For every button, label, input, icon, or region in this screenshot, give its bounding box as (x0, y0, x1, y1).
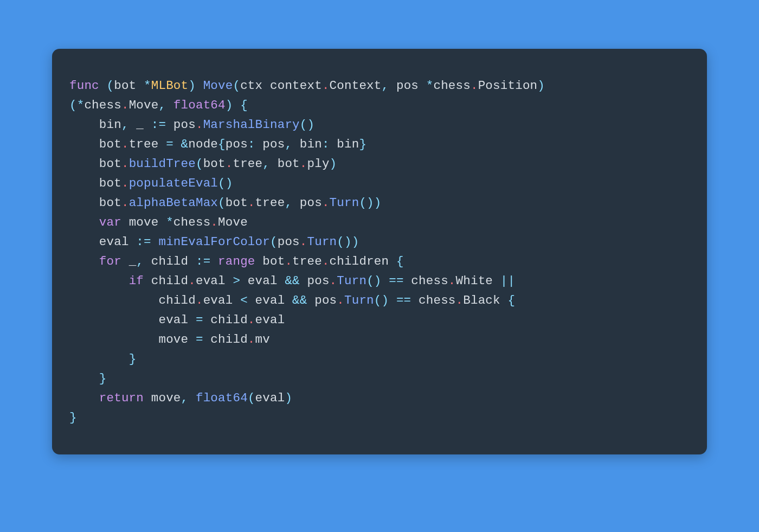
code-token: eval (69, 235, 136, 249)
code-token: ctx context (240, 79, 322, 93)
code-token: . (322, 196, 330, 210)
code-token: ( (218, 196, 226, 210)
code-token: . (210, 215, 218, 229)
code-token (69, 254, 99, 268)
code-token: pos (292, 196, 322, 210)
code-token (515, 274, 523, 288)
code-token: pos (166, 118, 196, 132)
code-token: ) (226, 98, 233, 112)
code-token: = (196, 332, 203, 347)
code-token: pos (300, 274, 330, 288)
code-token: * (144, 79, 151, 93)
code-token: . (121, 137, 129, 151)
code-token: bot (69, 176, 121, 190)
code-token: = (196, 313, 203, 327)
code-token: Position (478, 79, 538, 93)
code-token (69, 391, 99, 405)
code-token: bot (69, 137, 121, 151)
code-token: tree (233, 157, 262, 171)
code-token: := (136, 235, 151, 249)
code-token: ) (330, 157, 337, 171)
code-token (382, 274, 389, 288)
code-token: for (99, 254, 129, 268)
code-token: range (218, 254, 262, 268)
code-token: } (69, 411, 77, 425)
code-token: . (121, 98, 129, 112)
code-token: { (507, 293, 515, 307)
code-token: , (285, 196, 292, 210)
code-token (188, 391, 196, 405)
code-token: < (240, 293, 248, 307)
code-token: . (300, 235, 307, 249)
code-token: tree (255, 196, 285, 210)
code-token: , (382, 79, 389, 93)
code-token: () (300, 118, 314, 132)
code-token: . (196, 118, 203, 132)
code-card: func (bot *MLBot) Move(ctx context.Conte… (52, 49, 707, 454)
code-token: . (121, 157, 129, 171)
code-token: eval (203, 293, 241, 307)
code-token: bot (203, 157, 226, 171)
code-token: { (218, 137, 226, 151)
code-token: . (337, 293, 344, 307)
code-token: . (196, 293, 203, 307)
code-token: eval (196, 274, 233, 288)
code-token: Turn (330, 196, 359, 210)
code-block: func (bot *MLBot) Move(ctx context.Conte… (69, 76, 690, 427)
code-token: , (158, 98, 166, 112)
code-token: , (136, 254, 144, 268)
code-token: eval (255, 313, 285, 327)
code-token: pos (255, 137, 285, 151)
code-token: bot (114, 79, 144, 93)
code-token: * (426, 79, 434, 93)
code-token: White (456, 274, 500, 288)
code-token: bin (69, 118, 121, 132)
code-token: MLBot (151, 79, 189, 93)
code-token: ()) (359, 196, 381, 210)
code-token: chess (173, 215, 211, 229)
code-token: Move (218, 215, 248, 229)
code-token: child (203, 313, 248, 327)
code-token: Black (463, 293, 507, 307)
code-token: ) (537, 79, 545, 93)
code-token: MarshalBinary (203, 118, 300, 132)
code-token: move (151, 391, 181, 405)
code-token: pos (307, 293, 337, 307)
code-token: , (121, 118, 129, 132)
code-token: populateEval (129, 176, 218, 190)
code-token: = (166, 137, 173, 151)
code-token (69, 371, 99, 386)
code-token: chess (84, 98, 121, 112)
code-token: Turn (344, 293, 374, 307)
code-token: bot (69, 157, 121, 171)
code-token: Move (203, 79, 233, 93)
code-token: ) (285, 391, 292, 405)
code-token: && (292, 293, 307, 307)
code-token: bot (226, 196, 248, 210)
code-token: { (396, 254, 404, 268)
code-token: float64 (173, 98, 226, 112)
code-token: || (500, 274, 515, 288)
code-token: . (448, 274, 456, 288)
code-token: _ (129, 254, 137, 268)
code-token: eval (240, 274, 285, 288)
code-token: bot (270, 157, 300, 171)
code-token: ()) (337, 235, 359, 249)
code-token: child (203, 332, 248, 347)
code-token: return (99, 391, 151, 405)
code-token: . (248, 196, 255, 210)
code-token: . (226, 157, 233, 171)
code-token: ) (188, 79, 196, 93)
code-token: float64 (196, 391, 248, 405)
code-token (166, 98, 173, 112)
code-token: ( (69, 98, 77, 112)
code-token: ( (248, 391, 255, 405)
code-token: eval (248, 293, 292, 307)
code-token: bot (262, 254, 285, 268)
code-token: move (69, 332, 196, 347)
code-token: & (181, 137, 189, 151)
code-token: chess (411, 293, 455, 307)
code-token: . (248, 313, 255, 327)
code-token: . (471, 79, 478, 93)
code-token: , (285, 137, 292, 151)
